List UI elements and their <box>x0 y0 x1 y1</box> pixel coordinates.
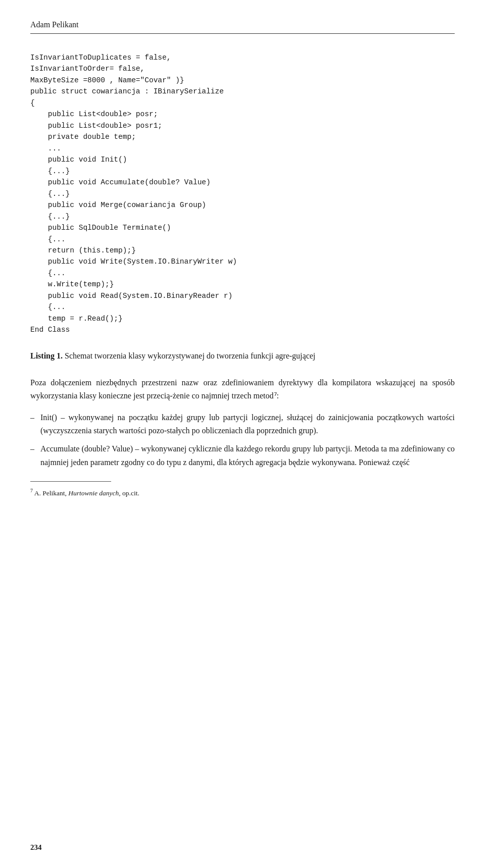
code-block: IsInvariantToDuplicates = false, IsInvar… <box>30 52 455 336</box>
footnote-italic: Hurtownie danych <box>68 489 119 497</box>
page-number: 234 <box>30 843 42 852</box>
listing-section: Listing 1. Schemat tworzenia klasy wykor… <box>30 350 455 362</box>
listing-caption: Schemat tworzenia klasy wykorzystywanej … <box>65 351 315 360</box>
bullet-item-2: Accumulate (double? Value) – wykonywanej… <box>30 442 455 469</box>
page: Adam Pelikant IsInvariantToDuplicates = … <box>0 0 485 868</box>
bullet-item-1: Init() – wykonywanej na początku każdej … <box>30 411 455 438</box>
footnote-text-before: A. Pelikant, <box>34 489 69 497</box>
footnote: 7 A. Pelikant, Hurtownie danych, op.cit. <box>30 487 455 498</box>
footnote-number: 7 <box>30 488 33 493</box>
listing-label: Listing 1. <box>30 351 63 360</box>
footnote-divider <box>30 481 111 482</box>
page-header: Adam Pelikant <box>30 20 455 34</box>
body-paragraph: Poza dołączeniem niezbędnych przestrzeni… <box>30 376 455 403</box>
footnote-text-after: , op.cit. <box>119 489 139 497</box>
author-name: Adam Pelikant <box>30 20 79 29</box>
